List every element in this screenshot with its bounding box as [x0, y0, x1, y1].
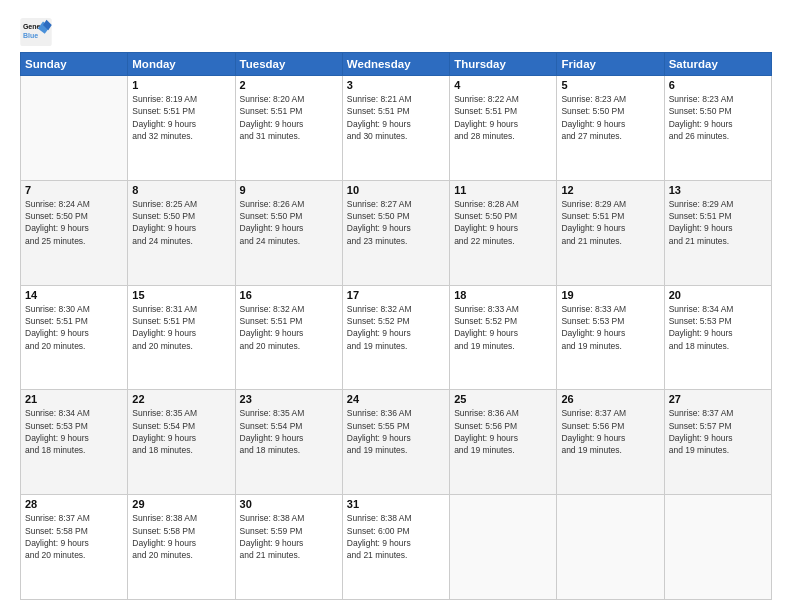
day-info: Sunrise: 8:35 AM Sunset: 5:54 PM Dayligh…: [132, 407, 230, 456]
day-number: 7: [25, 184, 123, 196]
day-info: Sunrise: 8:37 AM Sunset: 5:57 PM Dayligh…: [669, 407, 767, 456]
calendar-cell: 16Sunrise: 8:32 AM Sunset: 5:51 PM Dayli…: [235, 285, 342, 390]
calendar-cell: 3Sunrise: 8:21 AM Sunset: 5:51 PM Daylig…: [342, 76, 449, 181]
calendar-cell: 5Sunrise: 8:23 AM Sunset: 5:50 PM Daylig…: [557, 76, 664, 181]
day-number: 23: [240, 393, 338, 405]
calendar-cell: 8Sunrise: 8:25 AM Sunset: 5:50 PM Daylig…: [128, 180, 235, 285]
calendar-week-4: 21Sunrise: 8:34 AM Sunset: 5:53 PM Dayli…: [21, 390, 772, 495]
day-info: Sunrise: 8:19 AM Sunset: 5:51 PM Dayligh…: [132, 93, 230, 142]
header: General Blue: [20, 18, 772, 46]
day-number: 25: [454, 393, 552, 405]
day-number: 24: [347, 393, 445, 405]
day-info: Sunrise: 8:29 AM Sunset: 5:51 PM Dayligh…: [561, 198, 659, 247]
calendar-cell: 17Sunrise: 8:32 AM Sunset: 5:52 PM Dayli…: [342, 285, 449, 390]
calendar-cell: 29Sunrise: 8:38 AM Sunset: 5:58 PM Dayli…: [128, 495, 235, 600]
logo-icon: General Blue: [20, 18, 52, 46]
calendar-cell: 30Sunrise: 8:38 AM Sunset: 5:59 PM Dayli…: [235, 495, 342, 600]
page: General Blue SundayMondayTuesdayWednesda…: [0, 0, 792, 612]
day-info: Sunrise: 8:38 AM Sunset: 6:00 PM Dayligh…: [347, 512, 445, 561]
calendar-cell: 28Sunrise: 8:37 AM Sunset: 5:58 PM Dayli…: [21, 495, 128, 600]
calendar-week-5: 28Sunrise: 8:37 AM Sunset: 5:58 PM Dayli…: [21, 495, 772, 600]
calendar-cell: 24Sunrise: 8:36 AM Sunset: 5:55 PM Dayli…: [342, 390, 449, 495]
calendar-cell: 18Sunrise: 8:33 AM Sunset: 5:52 PM Dayli…: [450, 285, 557, 390]
day-info: Sunrise: 8:20 AM Sunset: 5:51 PM Dayligh…: [240, 93, 338, 142]
day-number: 6: [669, 79, 767, 91]
day-info: Sunrise: 8:36 AM Sunset: 5:56 PM Dayligh…: [454, 407, 552, 456]
calendar-cell: 14Sunrise: 8:30 AM Sunset: 5:51 PM Dayli…: [21, 285, 128, 390]
calendar-cell: 15Sunrise: 8:31 AM Sunset: 5:51 PM Dayli…: [128, 285, 235, 390]
day-number: 3: [347, 79, 445, 91]
day-info: Sunrise: 8:29 AM Sunset: 5:51 PM Dayligh…: [669, 198, 767, 247]
day-info: Sunrise: 8:21 AM Sunset: 5:51 PM Dayligh…: [347, 93, 445, 142]
day-number: 11: [454, 184, 552, 196]
calendar-cell: 19Sunrise: 8:33 AM Sunset: 5:53 PM Dayli…: [557, 285, 664, 390]
calendar-cell: [450, 495, 557, 600]
calendar-cell: 25Sunrise: 8:36 AM Sunset: 5:56 PM Dayli…: [450, 390, 557, 495]
calendar-cell: [21, 76, 128, 181]
day-number: 16: [240, 289, 338, 301]
calendar-cell: 2Sunrise: 8:20 AM Sunset: 5:51 PM Daylig…: [235, 76, 342, 181]
day-number: 1: [132, 79, 230, 91]
day-info: Sunrise: 8:22 AM Sunset: 5:51 PM Dayligh…: [454, 93, 552, 142]
day-number: 21: [25, 393, 123, 405]
day-info: Sunrise: 8:37 AM Sunset: 5:56 PM Dayligh…: [561, 407, 659, 456]
weekday-header-saturday: Saturday: [664, 53, 771, 76]
day-number: 17: [347, 289, 445, 301]
day-number: 18: [454, 289, 552, 301]
calendar-cell: 12Sunrise: 8:29 AM Sunset: 5:51 PM Dayli…: [557, 180, 664, 285]
calendar-cell: 6Sunrise: 8:23 AM Sunset: 5:50 PM Daylig…: [664, 76, 771, 181]
day-number: 5: [561, 79, 659, 91]
calendar-cell: 26Sunrise: 8:37 AM Sunset: 5:56 PM Dayli…: [557, 390, 664, 495]
day-number: 19: [561, 289, 659, 301]
day-number: 29: [132, 498, 230, 510]
day-info: Sunrise: 8:27 AM Sunset: 5:50 PM Dayligh…: [347, 198, 445, 247]
calendar-cell: 1Sunrise: 8:19 AM Sunset: 5:51 PM Daylig…: [128, 76, 235, 181]
calendar-week-1: 1Sunrise: 8:19 AM Sunset: 5:51 PM Daylig…: [21, 76, 772, 181]
calendar-cell: 4Sunrise: 8:22 AM Sunset: 5:51 PM Daylig…: [450, 76, 557, 181]
calendar-cell: 7Sunrise: 8:24 AM Sunset: 5:50 PM Daylig…: [21, 180, 128, 285]
day-number: 9: [240, 184, 338, 196]
day-info: Sunrise: 8:34 AM Sunset: 5:53 PM Dayligh…: [669, 303, 767, 352]
day-info: Sunrise: 8:31 AM Sunset: 5:51 PM Dayligh…: [132, 303, 230, 352]
weekday-header-sunday: Sunday: [21, 53, 128, 76]
day-info: Sunrise: 8:28 AM Sunset: 5:50 PM Dayligh…: [454, 198, 552, 247]
day-number: 10: [347, 184, 445, 196]
calendar-week-2: 7Sunrise: 8:24 AM Sunset: 5:50 PM Daylig…: [21, 180, 772, 285]
day-info: Sunrise: 8:26 AM Sunset: 5:50 PM Dayligh…: [240, 198, 338, 247]
day-number: 22: [132, 393, 230, 405]
day-number: 31: [347, 498, 445, 510]
day-number: 13: [669, 184, 767, 196]
calendar-cell: 21Sunrise: 8:34 AM Sunset: 5:53 PM Dayli…: [21, 390, 128, 495]
day-number: 30: [240, 498, 338, 510]
calendar-table: SundayMondayTuesdayWednesdayThursdayFrid…: [20, 52, 772, 600]
day-info: Sunrise: 8:33 AM Sunset: 5:52 PM Dayligh…: [454, 303, 552, 352]
weekday-header-thursday: Thursday: [450, 53, 557, 76]
weekday-header-row: SundayMondayTuesdayWednesdayThursdayFrid…: [21, 53, 772, 76]
day-number: 27: [669, 393, 767, 405]
day-info: Sunrise: 8:25 AM Sunset: 5:50 PM Dayligh…: [132, 198, 230, 247]
calendar-cell: 9Sunrise: 8:26 AM Sunset: 5:50 PM Daylig…: [235, 180, 342, 285]
calendar-cell: 31Sunrise: 8:38 AM Sunset: 6:00 PM Dayli…: [342, 495, 449, 600]
day-info: Sunrise: 8:30 AM Sunset: 5:51 PM Dayligh…: [25, 303, 123, 352]
day-info: Sunrise: 8:32 AM Sunset: 5:52 PM Dayligh…: [347, 303, 445, 352]
calendar-cell: 11Sunrise: 8:28 AM Sunset: 5:50 PM Dayli…: [450, 180, 557, 285]
day-info: Sunrise: 8:32 AM Sunset: 5:51 PM Dayligh…: [240, 303, 338, 352]
svg-text:Blue: Blue: [23, 32, 38, 39]
logo: General Blue: [20, 18, 52, 46]
day-info: Sunrise: 8:33 AM Sunset: 5:53 PM Dayligh…: [561, 303, 659, 352]
day-number: 12: [561, 184, 659, 196]
calendar-cell: 27Sunrise: 8:37 AM Sunset: 5:57 PM Dayli…: [664, 390, 771, 495]
day-info: Sunrise: 8:24 AM Sunset: 5:50 PM Dayligh…: [25, 198, 123, 247]
weekday-header-wednesday: Wednesday: [342, 53, 449, 76]
day-info: Sunrise: 8:34 AM Sunset: 5:53 PM Dayligh…: [25, 407, 123, 456]
day-number: 2: [240, 79, 338, 91]
calendar-cell: 20Sunrise: 8:34 AM Sunset: 5:53 PM Dayli…: [664, 285, 771, 390]
day-number: 8: [132, 184, 230, 196]
calendar-cell: 22Sunrise: 8:35 AM Sunset: 5:54 PM Dayli…: [128, 390, 235, 495]
day-info: Sunrise: 8:36 AM Sunset: 5:55 PM Dayligh…: [347, 407, 445, 456]
day-number: 15: [132, 289, 230, 301]
day-info: Sunrise: 8:35 AM Sunset: 5:54 PM Dayligh…: [240, 407, 338, 456]
calendar-week-3: 14Sunrise: 8:30 AM Sunset: 5:51 PM Dayli…: [21, 285, 772, 390]
calendar-cell: [664, 495, 771, 600]
day-info: Sunrise: 8:37 AM Sunset: 5:58 PM Dayligh…: [25, 512, 123, 561]
